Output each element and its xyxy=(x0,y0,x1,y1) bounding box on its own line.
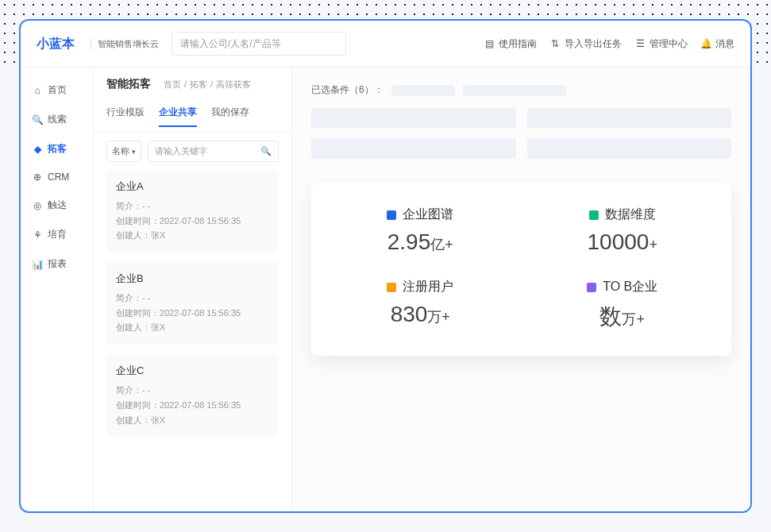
stat-value: 数万+ xyxy=(530,302,716,332)
header: 小蓝本 智能销售增长云 请输入公司/人名/产品等 ▤ 使用指南 ⇅ 导入导出任务… xyxy=(21,21,750,67)
header-notifications[interactable]: 🔔 消息 xyxy=(700,37,734,51)
app-frame: 小蓝本 智能销售增长云 请输入公司/人名/产品等 ▤ 使用指南 ⇅ 导入导出任务… xyxy=(19,19,752,513)
card-intro: 简介：- - xyxy=(116,383,269,398)
company-card[interactable]: 企业A 简介：- - 创建时间：2022-07-08 15:56:35 创建人：… xyxy=(106,170,279,253)
sidebar-item-nurture[interactable]: ⚘培育 xyxy=(21,220,93,249)
target-icon: ◎ xyxy=(32,200,43,211)
header-import-export[interactable]: ⇅ 导入导出任务 xyxy=(549,37,622,51)
card-creator: 创建人：张X xyxy=(116,228,269,243)
tabs: 行业模版 企业共享 我的保存 xyxy=(94,101,291,133)
company-card[interactable]: 企业C 简介：- - 创建时间：2022-07-08 15:56:35 创建人：… xyxy=(106,354,279,437)
logo: 小蓝本 xyxy=(37,36,75,52)
content-placeholder xyxy=(527,108,732,129)
logo-tagline: 智能销售增长云 xyxy=(91,38,159,50)
keyword-input[interactable]: 请输入关键字🔍 xyxy=(148,141,279,162)
stat-label: 企业图谱 xyxy=(403,206,453,223)
stat-item: 数据维度 10000+ xyxy=(530,206,716,255)
card-created: 创建时间：2022-07-08 15:56:35 xyxy=(116,306,269,321)
content-placeholder xyxy=(527,138,732,159)
tab-my-saved[interactable]: 我的保存 xyxy=(211,106,249,127)
search-doc-icon: 🔍 xyxy=(32,114,43,125)
stat-value: 10000+ xyxy=(530,229,716,255)
sidebar-item-crm[interactable]: ⊕CRM xyxy=(21,164,93,191)
search-input[interactable]: 请输入公司/人名/产品等 xyxy=(172,32,346,56)
sidebar-item-leads[interactable]: 🔍线索 xyxy=(21,105,93,134)
filter-chip-placeholder xyxy=(463,85,566,96)
card-creator: 创建人：张X xyxy=(116,413,269,428)
chevron-down-icon: ▾ xyxy=(132,148,136,156)
prospect-icon: ◆ xyxy=(32,144,43,155)
sidebar: ⌂首页 🔍线索 ◆拓客 ⊕CRM ◎触达 ⚘培育 📊报表 xyxy=(21,67,94,511)
stat-label: 注册用户 xyxy=(403,279,453,295)
card-title: 企业A xyxy=(116,179,269,194)
selected-conditions-label: 已选条件（6）： xyxy=(311,83,384,97)
home-icon: ⌂ xyxy=(32,85,43,96)
stat-color-square xyxy=(589,210,599,220)
company-list: 企业A 简介：- - 创建时间：2022-07-08 15:56:35 创建人：… xyxy=(94,170,291,446)
breadcrumb: 首页/拓客/高筛获客 xyxy=(164,79,251,91)
stat-item: 注册用户 830万+ xyxy=(327,279,514,332)
header-guide[interactable]: ▤ 使用指南 xyxy=(484,37,537,51)
stat-color-square xyxy=(587,283,596,292)
stat-color-square xyxy=(387,210,396,220)
card-intro: 简介：- - xyxy=(116,291,269,306)
search-placeholder: 请输入公司/人名/产品等 xyxy=(180,37,281,51)
stat-item: 企业图谱 2.95亿+ xyxy=(327,206,514,255)
panel-title: 智能拓客 xyxy=(106,77,151,91)
content-placeholder xyxy=(311,108,516,129)
sidebar-item-reports[interactable]: 📊报表 xyxy=(21,249,93,279)
tab-enterprise-share[interactable]: 企业共享 xyxy=(159,106,197,127)
sidebar-item-reach[interactable]: ◎触达 xyxy=(21,191,93,220)
stat-label: 数据维度 xyxy=(605,206,656,223)
card-intro: 简介：- - xyxy=(116,199,269,214)
search-icon: 🔍 xyxy=(260,146,272,156)
sidebar-item-home[interactable]: ⌂首页 xyxy=(21,75,93,105)
sidebar-item-prospect[interactable]: ◆拓客 xyxy=(21,134,93,164)
stats-card: 企业图谱 2.95亿+数据维度 10000+注册用户 830万+TO B企业 数… xyxy=(311,183,731,356)
card-title: 企业B xyxy=(116,272,269,286)
stat-value: 2.95亿+ xyxy=(327,229,514,255)
stack-icon: ☰ xyxy=(634,38,646,49)
stat-color-square xyxy=(387,283,396,292)
company-card[interactable]: 企业B 简介：- - 创建时间：2022-07-08 15:56:35 创建人：… xyxy=(106,262,279,345)
card-creator: 创建人：张X xyxy=(116,320,269,335)
panel: 智能拓客 首页/拓客/高筛获客 行业模版 企业共享 我的保存 名称▾ 请输入关键… xyxy=(94,67,292,511)
content-placeholder xyxy=(311,138,516,159)
book-icon: ▤ xyxy=(484,38,495,49)
card-created: 创建时间：2022-07-08 15:56:35 xyxy=(116,398,269,413)
filter-chip-placeholder xyxy=(391,85,455,96)
crm-icon: ⊕ xyxy=(32,172,43,183)
stat-value: 830万+ xyxy=(327,302,514,327)
nurture-icon: ⚘ xyxy=(32,229,43,241)
header-admin[interactable]: ☰ 管理中心 xyxy=(634,37,688,51)
card-created: 创建时间：2022-07-08 15:56:35 xyxy=(116,214,269,229)
bell-icon: 🔔 xyxy=(700,38,711,49)
tab-industry[interactable]: 行业模版 xyxy=(106,106,145,127)
chart-icon: 📊 xyxy=(32,259,43,270)
main: 已选条件（6）： 企业图谱 2.95亿+数据维度 10000+注册用户 830万… xyxy=(292,67,750,511)
stat-label: TO B企业 xyxy=(603,279,657,295)
stat-item: TO B企业 数万+ xyxy=(530,279,716,332)
card-title: 企业C xyxy=(116,364,269,378)
name-selector[interactable]: 名称▾ xyxy=(106,141,141,162)
transfer-icon: ⇅ xyxy=(549,38,561,49)
